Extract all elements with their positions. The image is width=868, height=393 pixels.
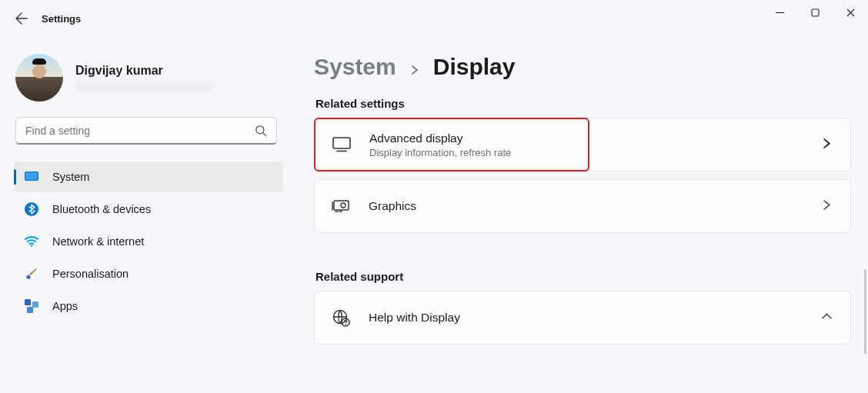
sidebar-item-label: Network & internet [52,235,144,248]
paintbrush-icon [25,267,38,281]
card-title: Help with Display [369,311,460,325]
globe-help-icon [332,308,350,327]
sidebar-item-network[interactable]: Network & internet [14,226,283,257]
breadcrumb: System Display [314,54,851,80]
section-related-settings: Related settings [315,97,851,110]
card-advanced-display[interactable]: Advanced display Display information, re… [314,118,589,172]
svg-rect-7 [32,301,38,308]
chevron-right-icon [410,64,419,78]
search-icon [255,125,267,137]
card-graphics[interactable]: Graphics [314,179,851,233]
sidebar-item-apps[interactable]: Apps [14,291,283,321]
card-subtitle: Display information, refresh rate [369,147,511,158]
svg-rect-0 [812,9,819,16]
chevron-right-icon [822,138,832,152]
system-icon [25,170,38,184]
apps-icon [25,299,38,313]
sidebar-item-system[interactable]: System [14,162,283,192]
wifi-icon [25,235,38,248]
card-title: Graphics [369,199,416,213]
sidebar-item-label: Apps [52,300,78,312]
chevron-right-icon [822,199,832,213]
chevron-up-icon [822,311,832,325]
scroll-indicator[interactable] [864,269,866,354]
sidebar-item-personalisation[interactable]: Personalisation [14,258,283,289]
profile-subtext-redacted [75,81,214,92]
main-content: System Display Related settings Advanced… [314,54,851,352]
svg-point-14 [346,324,346,325]
card-title: Advanced display [369,132,511,145]
sidebar-item-label: Bluetooth & devices [52,203,151,215]
minimize-button[interactable] [762,0,797,25]
svg-point-1 [256,126,264,134]
sidebar-item-label: System [52,171,89,183]
svg-point-5 [31,245,33,247]
sidebar: Digvijay kumar System Bluetooth & device… [0,0,292,393]
svg-rect-3 [25,172,38,180]
search-input[interactable] [15,117,277,145]
graphics-card-icon [332,197,350,215]
breadcrumb-parent[interactable]: System [314,54,396,80]
svg-rect-9 [333,138,350,148]
svg-rect-6 [25,299,31,305]
svg-rect-8 [27,307,33,313]
sidebar-item-label: Personalisation [52,268,129,280]
maximize-icon [811,8,820,17]
close-button[interactable] [833,0,868,25]
minimize-icon [776,8,784,17]
maximize-button[interactable] [797,0,833,25]
profile-block[interactable]: Digvijay kumar [0,46,292,117]
profile-name: Digvijay kumar [75,64,214,78]
breadcrumb-current: Display [433,54,516,80]
sidebar-nav: System Bluetooth & devices Network & int… [0,162,292,321]
section-related-support: Related support [315,270,851,283]
svg-point-11 [341,203,346,208]
close-icon [846,8,855,17]
card-help-display[interactable]: Help with Display [314,291,851,345]
sidebar-item-bluetooth[interactable]: Bluetooth & devices [14,194,283,225]
window-controls [762,0,868,25]
monitor-icon [332,135,351,154]
avatar [15,54,63,102]
bluetooth-icon [25,202,38,216]
search-field[interactable] [25,125,245,137]
